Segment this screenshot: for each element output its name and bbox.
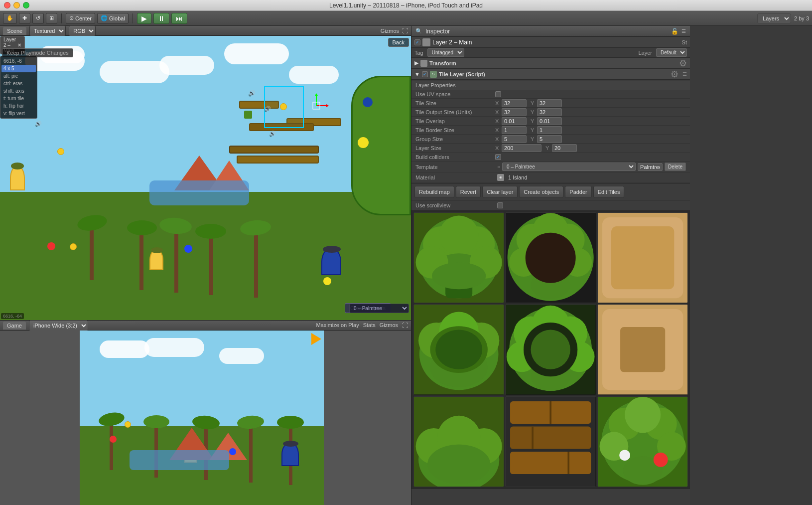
tool-flip-vert[interactable]: v: flip vert: [1, 110, 36, 117]
group-size-y-input[interactable]: [537, 135, 562, 143]
tile-size-x-input[interactable]: [502, 99, 527, 107]
object-active-checkbox[interactable]: [414, 39, 420, 45]
game-maximize-icon[interactable]: ⛶: [402, 322, 408, 329]
tile-layer-menu-icon[interactable]: ☰: [682, 71, 687, 77]
window-controls[interactable]: [4, 2, 29, 8]
rebuild-map-button[interactable]: Rebuild map: [414, 186, 454, 198]
revert-button[interactable]: Revert: [456, 186, 481, 198]
layers-dropdown[interactable]: Layers: [757, 13, 791, 23]
tile-layer-component-header[interactable]: ▼ S Tile Layer (Script) ⚙ ☰: [411, 69, 690, 80]
tile-6[interactable]: [597, 304, 688, 395]
inspector-title: Inspector: [425, 28, 450, 35]
maximize-on-play[interactable]: Maximize on Play: [316, 322, 359, 329]
scene-tab[interactable]: Scene: [3, 27, 26, 35]
tile-5[interactable]: [505, 304, 596, 395]
build-colliders-checkbox[interactable]: [495, 154, 501, 160]
game-gizmos[interactable]: Gizmos: [380, 322, 398, 329]
svg-rect-57: [510, 452, 591, 474]
tile-overlap-y-input[interactable]: [537, 117, 562, 125]
palm-leaves-1: [76, 213, 108, 233]
tile-size-y-input[interactable]: [537, 99, 562, 107]
tool-shift-axis[interactable]: shift: axis: [1, 87, 36, 95]
layer-properties-section: Layer Properties Use UV space Tile Size …: [411, 80, 690, 184]
clear-layer-button[interactable]: Clear layer: [482, 186, 518, 198]
back-button[interactable]: Back: [388, 38, 409, 47]
g-enemy: [281, 442, 299, 466]
tile-1[interactable]: [413, 212, 504, 303]
action-buttons: Rebuild map Revert Clear layer Create ob…: [411, 184, 690, 200]
tile-overlap-x-label: X: [495, 118, 500, 124]
game-tab[interactable]: Game: [3, 322, 26, 330]
separator-1: [61, 13, 62, 23]
play-button[interactable]: ▶: [137, 13, 151, 24]
group-size-y-label: Y: [531, 136, 536, 142]
screen-size-select[interactable]: iPhone Wide (3:2): [29, 320, 88, 331]
tile-layer-enabled-checkbox[interactable]: [422, 71, 428, 77]
tool-size[interactable]: 4 x 5: [1, 65, 36, 72]
use-scrollview-checkbox[interactable]: [497, 202, 503, 208]
coin-2: [57, 148, 64, 155]
template-select[interactable]: 0 – Palmtree: [502, 163, 636, 171]
rgb-select[interactable]: RGB: [69, 25, 96, 36]
stats-button[interactable]: Stats: [363, 322, 376, 329]
svg-point-70: [619, 450, 630, 461]
hand-tool-button[interactable]: ✋: [3, 13, 17, 24]
scene-maximize-icon[interactable]: ⛶: [402, 27, 408, 34]
layer-select[interactable]: Default: [656, 48, 687, 57]
group-size-x-input[interactable]: [502, 135, 527, 143]
scale-tool-button[interactable]: ⊞: [46, 13, 57, 24]
tool-turn-tile[interactable]: t: turn tile: [1, 95, 36, 102]
tile-7[interactable]: [413, 396, 504, 487]
tool-ctrl-erase[interactable]: ctrl: eras: [1, 80, 36, 87]
tile-3[interactable]: [597, 212, 688, 303]
tag-select[interactable]: Untagged: [427, 48, 464, 57]
inspector-lock-icon[interactable]: 🔓: [671, 28, 678, 35]
tile-overlap-y-field: Y: [531, 117, 562, 125]
padder-button[interactable]: Padder: [565, 186, 591, 198]
tile-border-y-input[interactable]: [537, 126, 562, 134]
speaker-icon-4: 🔊: [35, 121, 42, 127]
rotate-tool-button[interactable]: ↺: [32, 13, 44, 24]
close-button[interactable]: [4, 2, 10, 8]
inspector-menu-icon[interactable]: ☰: [681, 28, 686, 34]
tile-4[interactable]: [413, 304, 504, 395]
use-uv-checkbox[interactable]: [495, 91, 501, 97]
palm-leaves-5: [240, 219, 271, 236]
edit-tiles-button[interactable]: Edit Tiles: [593, 186, 625, 198]
water-area: [149, 180, 249, 205]
global-button[interactable]: 🌐 Global: [97, 13, 129, 24]
play-triangle: [311, 333, 321, 345]
layer-size-y-input[interactable]: [552, 144, 577, 152]
global-icon: 🌐: [101, 15, 108, 21]
tile-2[interactable]: [505, 212, 596, 303]
tool-alt-pick[interactable]: alt: pic: [1, 72, 36, 80]
tile-border-x-input[interactable]: [502, 126, 527, 134]
create-objects-button[interactable]: Create objects: [519, 186, 563, 198]
blue-flower: [184, 245, 192, 253]
move-tool-button[interactable]: ✚: [19, 13, 30, 24]
tile-layer-gear-icon[interactable]: ⚙: [671, 69, 678, 80]
center-button[interactable]: ⊙ Center: [66, 13, 95, 24]
svg-point-69: [653, 452, 668, 467]
render-mode-select[interactable]: Textured: [29, 25, 66, 36]
template-name-input[interactable]: [638, 163, 663, 171]
g-enemy-hat: [283, 441, 298, 447]
tile-9[interactable]: [597, 396, 688, 487]
svg-point-34: [435, 330, 482, 369]
step-button[interactable]: ⏭: [171, 13, 187, 24]
layer-tab-close[interactable]: ✕: [17, 42, 21, 48]
tile-output-y-input[interactable]: [537, 108, 562, 116]
tile-output-x-input[interactable]: [502, 108, 527, 116]
tile-8[interactable]: [505, 396, 596, 487]
minimize-button[interactable]: [13, 2, 20, 8]
tool-flip-hor[interactable]: h: flip hor: [1, 102, 36, 110]
tile-overlap-x-input[interactable]: [502, 117, 527, 125]
maximize-button[interactable]: [23, 2, 29, 8]
pause-button[interactable]: ⏸: [153, 13, 169, 24]
layer-size-x-input[interactable]: [502, 144, 541, 152]
transform-gear-icon[interactable]: ⚙: [679, 58, 687, 69]
template-delete-button[interactable]: Delete: [665, 163, 686, 171]
g-red-flower: [110, 436, 117, 443]
transform-component-header[interactable]: ▶ Transform ⚙: [411, 58, 690, 69]
palmtree-select[interactable]: 0 – Palmtree: [349, 304, 409, 313]
